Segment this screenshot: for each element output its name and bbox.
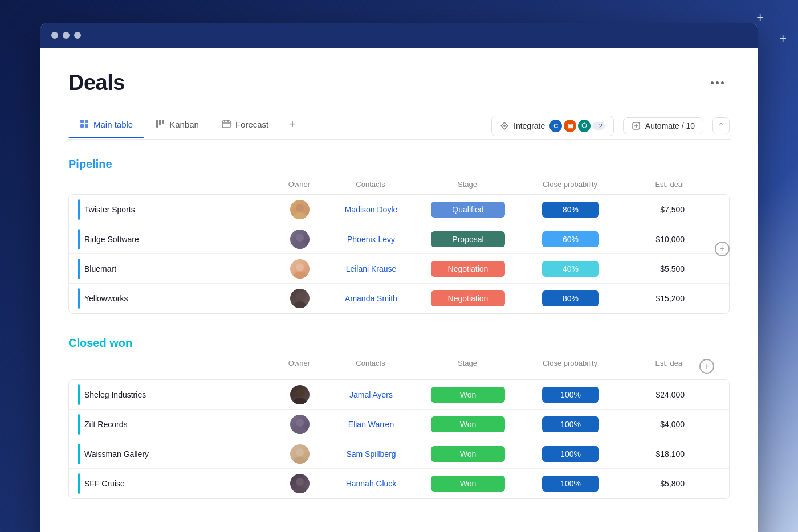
row-indicator bbox=[78, 199, 80, 220]
stage-badge: Won bbox=[431, 446, 505, 462]
svg-point-18 bbox=[294, 272, 306, 279]
prob-cell: 40% bbox=[519, 261, 622, 277]
calendar-icon bbox=[222, 119, 231, 130]
avatar bbox=[290, 415, 310, 434]
svg-rect-4 bbox=[156, 120, 158, 128]
pipeline-col-name bbox=[68, 180, 274, 189]
owner-cell bbox=[274, 444, 325, 464]
svg-point-11 bbox=[503, 125, 506, 127]
pipeline-add-column-button[interactable]: + bbox=[715, 242, 730, 256]
prob-badge: 100% bbox=[542, 446, 599, 462]
contact-cell[interactable]: Phoenix Levy bbox=[325, 235, 417, 244]
deal-name-cell: Waissman Gallery bbox=[69, 444, 274, 464]
table-row: Waissman Gallery Sam Spillberg Won bbox=[69, 439, 729, 469]
integrate-label: Integrate bbox=[514, 121, 545, 130]
svg-rect-0 bbox=[80, 120, 84, 123]
svg-rect-3 bbox=[85, 124, 88, 128]
svg-point-26 bbox=[294, 457, 306, 464]
tab-forecast[interactable]: Forecast bbox=[210, 113, 280, 138]
pipeline-col-owner: Owner bbox=[274, 180, 325, 189]
automate-button[interactable]: Automate / 10 bbox=[623, 117, 703, 134]
stage-cell: Proposal bbox=[417, 231, 519, 247]
contact-cell[interactable]: Elian Warren bbox=[325, 420, 417, 429]
est-deal-cell: $4,000 bbox=[622, 420, 696, 429]
add-column-button[interactable]: + bbox=[699, 359, 714, 374]
stage-badge: Negotiation bbox=[431, 261, 505, 277]
pipeline-col-headers: Owner Contacts Stage Close probability E… bbox=[68, 178, 730, 194]
table-row: Yellowworks Amanda Smith Negotiation bbox=[69, 284, 729, 313]
browser-dot-1 bbox=[51, 32, 58, 39]
add-tab-button[interactable]: + bbox=[280, 112, 305, 139]
kanban-icon bbox=[156, 119, 165, 130]
svg-rect-5 bbox=[159, 120, 161, 125]
contact-link[interactable]: Madison Doyle bbox=[345, 205, 398, 214]
contact-cell[interactable]: Jamal Ayers bbox=[325, 390, 417, 399]
browser-titlebar bbox=[40, 23, 758, 48]
contact-cell[interactable]: Leilani Krause bbox=[325, 264, 417, 273]
pipeline-title: Pipeline bbox=[68, 158, 112, 171]
tab-main-table[interactable]: Main table bbox=[68, 113, 144, 138]
deal-name: Zift Records bbox=[84, 420, 127, 429]
est-deal-cell: $15,200 bbox=[622, 294, 696, 303]
deal-name-cell: Bluemart bbox=[69, 259, 274, 279]
closed-won-section: Closed won Owner Contacts Stage Close pr… bbox=[68, 337, 730, 499]
grid-icon bbox=[80, 119, 89, 130]
pipeline-table: Twister Sports Madison Doyle Qualified bbox=[68, 194, 730, 314]
contact-link[interactable]: Phoenix Levy bbox=[347, 235, 395, 244]
est-deal-cell: $5,500 bbox=[622, 264, 696, 273]
contact-link[interactable]: Sam Spillberg bbox=[346, 449, 396, 459]
prob-badge: 100% bbox=[542, 416, 599, 432]
stage-cell: Negotiation bbox=[417, 290, 519, 306]
tab-kanban[interactable]: Kanban bbox=[144, 113, 210, 138]
deal-name-cell: Twister Sports bbox=[69, 199, 274, 220]
svg-point-20 bbox=[294, 301, 306, 308]
svg-point-23 bbox=[296, 419, 304, 427]
owner-cell bbox=[274, 474, 325, 493]
deal-name: Bluemart bbox=[84, 264, 116, 273]
svg-point-14 bbox=[294, 212, 306, 219]
integrate-button[interactable]: Integrate C ▣ ⬡ +2 bbox=[491, 116, 614, 136]
closed-won-col-headers: Owner Contacts Stage Close probability E… bbox=[68, 357, 730, 379]
pipeline-col-close-prob: Close probability bbox=[519, 180, 621, 189]
est-deal-cell: $10,000 bbox=[622, 235, 696, 244]
pipeline-col-contacts: Contacts bbox=[325, 180, 416, 189]
closed-won-col-contacts: Contacts bbox=[325, 359, 416, 374]
contact-link[interactable]: Amanda Smith bbox=[345, 294, 397, 303]
est-deal-cell: $7,500 bbox=[622, 205, 696, 214]
automate-label: Automate / 10 bbox=[645, 121, 695, 130]
avatar bbox=[290, 230, 310, 249]
prob-cell: 100% bbox=[519, 446, 622, 462]
stage-badge: Negotiation bbox=[431, 290, 505, 306]
tab-main-table-label: Main table bbox=[93, 120, 133, 129]
stage-badge: Qualified bbox=[431, 202, 505, 218]
est-deal-cell: $18,100 bbox=[622, 449, 696, 459]
deal-name: Twister Sports bbox=[84, 205, 135, 214]
collapse-button[interactable]: ⌃ bbox=[712, 117, 730, 134]
tabs-actions: Integrate C ▣ ⬡ +2 Automate / 10 bbox=[491, 116, 730, 136]
integrate-plus-badge: +2 bbox=[592, 122, 605, 130]
integrate-icons: C ▣ ⬡ +2 bbox=[549, 120, 605, 132]
stage-cell: Won bbox=[417, 387, 519, 403]
owner-cell bbox=[274, 415, 325, 434]
owner-cell bbox=[274, 200, 325, 219]
contact-cell[interactable]: Hannah Gluck bbox=[325, 479, 417, 488]
contact-link[interactable]: Hannah Gluck bbox=[346, 479, 397, 488]
contact-link[interactable]: Elian Warren bbox=[348, 420, 394, 429]
contact-cell[interactable]: Amanda Smith bbox=[325, 294, 417, 303]
page-title: Deals bbox=[68, 71, 125, 95]
more-menu-button[interactable] bbox=[705, 78, 730, 88]
contact-link[interactable]: Jamal Ayers bbox=[349, 390, 393, 399]
row-indicator bbox=[78, 473, 80, 494]
svg-point-25 bbox=[296, 448, 304, 456]
contact-link[interactable]: Leilani Krause bbox=[346, 264, 397, 273]
table-row: Ridge Software Phoenix Levy Proposal bbox=[69, 224, 729, 254]
deal-name: Yellowworks bbox=[84, 294, 128, 303]
owner-cell bbox=[274, 259, 325, 279]
prob-cell: 60% bbox=[519, 231, 622, 247]
svg-point-13 bbox=[296, 204, 304, 212]
stage-badge: Proposal bbox=[431, 231, 505, 247]
contact-cell[interactable]: Madison Doyle bbox=[325, 205, 417, 214]
more-dot-1 bbox=[711, 81, 714, 84]
contact-cell[interactable]: Sam Spillberg bbox=[325, 449, 417, 459]
closed-won-col-close-prob: Close probability bbox=[519, 359, 621, 374]
